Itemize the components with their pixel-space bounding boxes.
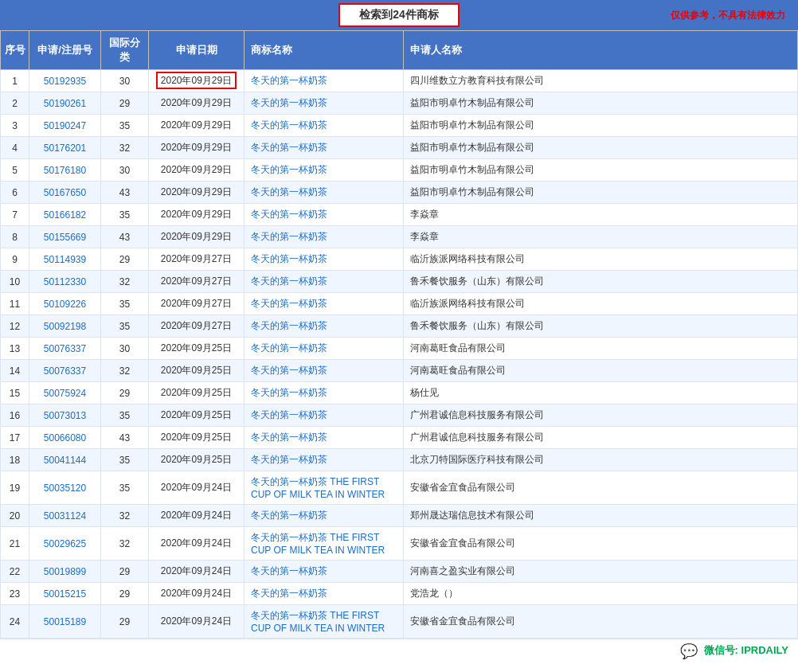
cell-trademark-name[interactable]: 冬天的第一杯奶茶	[244, 360, 404, 382]
cell-intcls: 29	[101, 583, 149, 605]
cell-date: 2020年09月29日	[149, 92, 244, 115]
cell-trademark-name[interactable]: 冬天的第一杯奶茶	[244, 382, 404, 404]
table-row: 1250092198352020年09月27日冬天的第一杯奶茶鲁禾餐饮服务（山东…	[1, 315, 798, 338]
cell-seq: 9	[1, 248, 29, 271]
cell-appno[interactable]: 50015215	[29, 583, 101, 605]
cell-intcls: 43	[101, 226, 149, 248]
cell-trademark-name[interactable]: 冬天的第一杯奶茶	[244, 226, 404, 248]
cell-appno[interactable]: 50031124	[29, 505, 101, 527]
cell-applicant: 益阳市明卓竹木制品有限公司	[404, 115, 798, 137]
col-applicant: 申请人名称	[404, 31, 798, 70]
cell-appno[interactable]: 50075924	[29, 382, 101, 404]
cell-appno[interactable]: 50066080	[29, 427, 101, 449]
cell-appno[interactable]: 50155669	[29, 226, 101, 248]
cell-appno[interactable]: 50190247	[29, 115, 101, 137]
table-row: 650167650432020年09月29日冬天的第一杯奶茶益阳市明卓竹木制品有…	[1, 182, 798, 204]
cell-trademark-name[interactable]: 冬天的第一杯奶茶	[244, 115, 404, 137]
cell-date: 2020年09月24日	[149, 605, 244, 639]
cell-seq: 5	[1, 159, 29, 182]
cell-trademark-name[interactable]: 冬天的第一杯奶茶 THE FIRST CUP OF MILK TEA IN WI…	[244, 527, 404, 561]
table-row: 2250019899292020年09月24日冬天的第一杯奶茶河南喜之盈实业有限…	[1, 561, 798, 583]
cell-appno[interactable]: 50015189	[29, 605, 101, 639]
cell-appno[interactable]: 50190261	[29, 92, 101, 115]
cell-trademark-name[interactable]: 冬天的第一杯奶茶	[244, 271, 404, 293]
cell-appno[interactable]: 50192935	[29, 70, 101, 92]
cell-trademark-name[interactable]: 冬天的第一杯奶茶	[244, 583, 404, 605]
cell-appno[interactable]: 50166182	[29, 204, 101, 226]
cell-applicant: 河南葛旺食品有限公司	[404, 360, 798, 382]
cell-trademark-name[interactable]: 冬天的第一杯奶茶	[244, 338, 404, 360]
cell-date: 2020年09月29日	[149, 204, 244, 226]
cell-appno[interactable]: 50109226	[29, 293, 101, 315]
cell-appno[interactable]: 50019899	[29, 561, 101, 583]
cell-trademark-name[interactable]: 冬天的第一杯奶茶	[244, 315, 404, 338]
cell-trademark-name[interactable]: 冬天的第一杯奶茶	[244, 293, 404, 315]
table-row: 550176180302020年09月29日冬天的第一杯奶茶益阳市明卓竹木制品有…	[1, 159, 798, 182]
cell-appno[interactable]: 50092198	[29, 315, 101, 338]
cell-trademark-name[interactable]: 冬天的第一杯奶茶	[244, 137, 404, 159]
cell-appno[interactable]: 50176180	[29, 159, 101, 182]
cell-date: 2020年09月27日	[149, 315, 244, 338]
cell-appno[interactable]: 50041144	[29, 449, 101, 471]
cell-intcls: 30	[101, 338, 149, 360]
cell-seq: 15	[1, 382, 29, 404]
cell-date: 2020年09月29日	[149, 182, 244, 204]
disclaimer-text: 仅供参考，不具有法律效力	[671, 9, 785, 22]
cell-intcls: 30	[101, 159, 149, 182]
result-button[interactable]: 检索到24件商标	[338, 3, 460, 27]
cell-seq: 14	[1, 360, 29, 382]
cell-applicant: 益阳市明卓竹木制品有限公司	[404, 137, 798, 159]
cell-appno[interactable]: 50176201	[29, 137, 101, 159]
cell-seq: 18	[1, 449, 29, 471]
cell-trademark-name[interactable]: 冬天的第一杯奶茶	[244, 561, 404, 583]
cell-intcls: 29	[101, 605, 149, 639]
cell-seq: 12	[1, 315, 29, 338]
cell-trademark-name[interactable]: 冬天的第一杯奶茶	[244, 505, 404, 527]
cell-applicant: 河南喜之盈实业有限公司	[404, 561, 798, 583]
cell-seq: 6	[1, 182, 29, 204]
cell-date: 2020年09月29日	[149, 137, 244, 159]
cell-trademark-name[interactable]: 冬天的第一杯奶茶 THE FIRST CUP OF MILK TEA IN WI…	[244, 471, 404, 505]
table-row: 1050112330322020年09月27日冬天的第一杯奶茶鲁禾餐饮服务（山东…	[1, 271, 798, 293]
cell-applicant: 安徽省金宜食品有限公司	[404, 527, 798, 561]
cell-trademark-name[interactable]: 冬天的第一杯奶茶	[244, 92, 404, 115]
cell-trademark-name[interactable]: 冬天的第一杯奶茶	[244, 404, 404, 427]
cell-trademark-name[interactable]: 冬天的第一杯奶茶	[244, 248, 404, 271]
cell-applicant: 李焱章	[404, 204, 798, 226]
cell-seq: 23	[1, 583, 29, 605]
table-row: 1350076337302020年09月25日冬天的第一杯奶茶河南葛旺食品有限公…	[1, 338, 798, 360]
cell-trademark-name[interactable]: 冬天的第一杯奶茶	[244, 204, 404, 226]
cell-intcls: 32	[101, 360, 149, 382]
cell-intcls: 35	[101, 404, 149, 427]
cell-seq: 22	[1, 561, 29, 583]
cell-seq: 21	[1, 527, 29, 561]
table-row: 150192935302020年09月29日冬天的第一杯奶茶四川维数立方教育科技…	[1, 70, 798, 92]
table-row: 1450076337322020年09月25日冬天的第一杯奶茶河南葛旺食品有限公…	[1, 360, 798, 382]
cell-applicant: 河南葛旺食品有限公司	[404, 338, 798, 360]
cell-trademark-name[interactable]: 冬天的第一杯奶茶	[244, 70, 404, 92]
cell-appno[interactable]: 50076337	[29, 360, 101, 382]
cell-trademark-name[interactable]: 冬天的第一杯奶茶	[244, 427, 404, 449]
cell-trademark-name[interactable]: 冬天的第一杯奶茶	[244, 182, 404, 204]
table-row: 450176201322020年09月29日冬天的第一杯奶茶益阳市明卓竹木制品有…	[1, 137, 798, 159]
cell-seq: 24	[1, 605, 29, 639]
cell-intcls: 32	[101, 527, 149, 561]
cell-applicant: 四川维数立方教育科技有限公司	[404, 70, 798, 92]
cell-trademark-name[interactable]: 冬天的第一杯奶茶 THE FIRST CUP OF MILK TEA IN WI…	[244, 605, 404, 639]
col-name: 商标名称	[244, 31, 404, 70]
cell-appno[interactable]: 50112330	[29, 271, 101, 293]
cell-appno[interactable]: 50073013	[29, 404, 101, 427]
cell-trademark-name[interactable]: 冬天的第一杯奶茶	[244, 159, 404, 182]
cell-appno[interactable]: 50167650	[29, 182, 101, 204]
table-row: 1950035120352020年09月24日冬天的第一杯奶茶 THE FIRS…	[1, 471, 798, 505]
table-header: 序号 申请/注册号 国际分类 申请日期 商标名称 申请人名称	[1, 31, 798, 70]
cell-appno[interactable]: 50076337	[29, 338, 101, 360]
table-row: 1850041144352020年09月25日冬天的第一杯奶茶北京刀特国际医疗科…	[1, 449, 798, 471]
cell-intcls: 29	[101, 92, 149, 115]
cell-appno[interactable]: 50114939	[29, 248, 101, 271]
cell-applicant: 安徽省金宜食品有限公司	[404, 471, 798, 505]
cell-trademark-name[interactable]: 冬天的第一杯奶茶	[244, 449, 404, 471]
cell-appno[interactable]: 50035120	[29, 471, 101, 505]
cell-appno[interactable]: 50029625	[29, 527, 101, 561]
top-bar: 检索到24件商标 仅供参考，不具有法律效力	[0, 0, 798, 30]
